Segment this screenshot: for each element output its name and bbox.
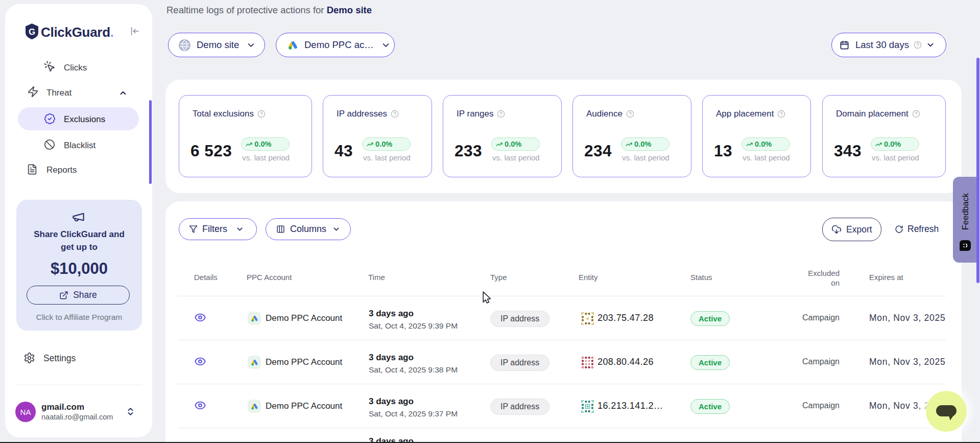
svg-text:G: G <box>29 27 35 37</box>
